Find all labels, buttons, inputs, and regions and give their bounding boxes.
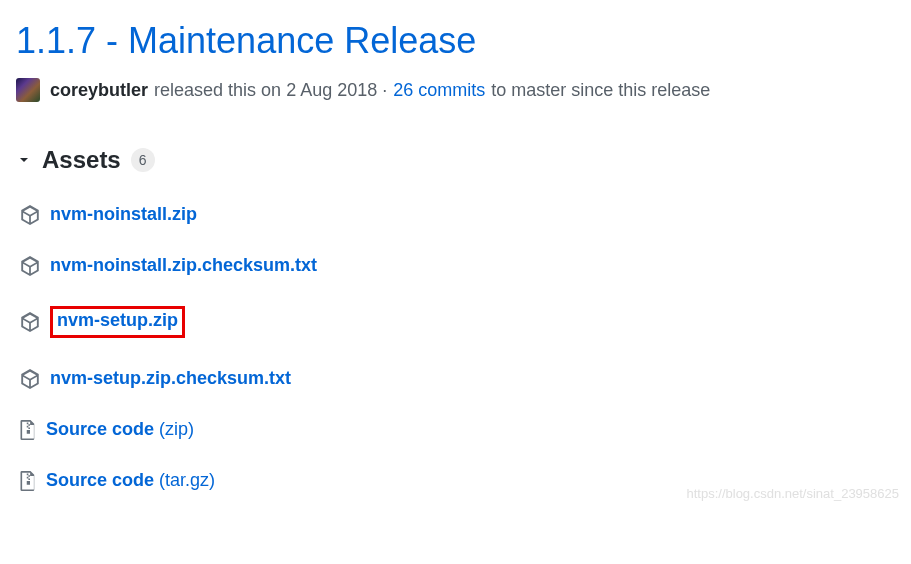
asset-item: nvm-noinstall.zip.checksum.txt — [20, 255, 895, 276]
author-avatar[interactable] — [16, 78, 40, 102]
asset-item: Source code (tar.gz) — [20, 470, 895, 491]
asset-link[interactable]: Source code (zip) — [46, 419, 194, 440]
asset-link[interactable]: nvm-setup.zip.checksum.txt — [50, 368, 291, 389]
asset-link-highlighted[interactable]: nvm-setup.zip — [50, 306, 185, 338]
asset-link[interactable]: nvm-noinstall.zip — [50, 204, 197, 225]
assets-toggle[interactable]: Assets 6 — [16, 146, 895, 174]
asset-item: nvm-noinstall.zip — [20, 204, 895, 225]
asset-suffix: (tar.gz) — [159, 470, 215, 490]
file-zip-icon — [20, 420, 36, 440]
package-icon — [20, 256, 40, 276]
chevron-down-icon — [16, 146, 32, 174]
asset-name: Source code — [46, 470, 154, 490]
file-zip-icon — [20, 471, 36, 491]
asset-suffix: (zip) — [159, 419, 194, 439]
package-icon — [20, 205, 40, 225]
package-icon — [20, 369, 40, 389]
assets-count-badge: 6 — [131, 148, 155, 172]
asset-item: Source code (zip) — [20, 419, 895, 440]
release-date-text: released this on 2 Aug 2018 · — [154, 80, 387, 101]
package-icon — [20, 312, 40, 332]
asset-list: nvm-noinstall.zip nvm-noinstall.zip.chec… — [16, 204, 895, 491]
asset-link[interactable]: nvm-noinstall.zip.checksum.txt — [50, 255, 317, 276]
release-trailing-text: to master since this release — [491, 80, 710, 101]
assets-label: Assets — [42, 146, 121, 174]
release-meta: coreybutler released this on 2 Aug 2018 … — [16, 78, 895, 102]
asset-name: Source code — [46, 419, 154, 439]
asset-item: nvm-setup.zip.checksum.txt — [20, 368, 895, 389]
release-title[interactable]: 1.1.7 - Maintenance Release — [16, 20, 895, 62]
author-link[interactable]: coreybutler — [50, 80, 148, 101]
commits-link[interactable]: 26 commits — [393, 80, 485, 101]
asset-item: nvm-setup.zip — [20, 306, 895, 338]
asset-link[interactable]: Source code (tar.gz) — [46, 470, 215, 491]
